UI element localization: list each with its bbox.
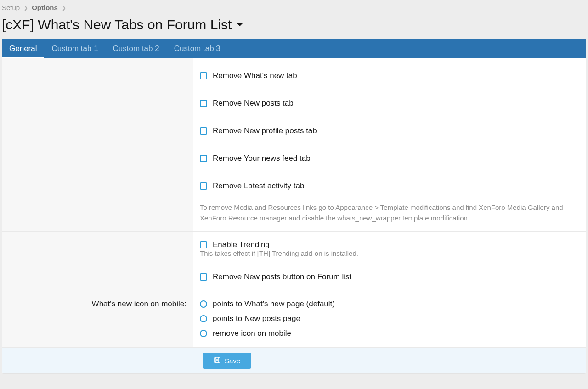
hint-trending: This takes effect if [TH] Trending add-o… (193, 248, 586, 264)
chevron-right-icon: ❯ (23, 5, 28, 11)
option-remove-new-profile: Remove New profile posts tab (193, 117, 586, 145)
right-col-remove-tabs: Remove What's new tab Remove New posts t… (193, 58, 586, 231)
save-button[interactable]: Save (203, 353, 251, 369)
breadcrumb-options[interactable]: Options (32, 4, 58, 11)
radio-whats-new-default[interactable] (200, 300, 207, 308)
label-enable-trending: Enable Trending (213, 240, 270, 249)
checkbox-remove-new-posts-button[interactable] (200, 273, 207, 281)
checkbox-remove-news-feed[interactable] (200, 155, 207, 162)
label-remove-news-feed: Remove Your news feed tab (213, 154, 311, 163)
radio-remove-icon[interactable] (200, 330, 207, 337)
right-col-trending: Enable Trending This takes effect if [TH… (193, 232, 586, 264)
right-col-mobile-icon: points to What's new page (default) poin… (193, 290, 586, 347)
options-panel: Remove What's new tab Remove New posts t… (2, 58, 586, 374)
page-root: Setup ❯ Options ❯ [cXF] What's New Tabs … (0, 0, 588, 374)
save-icon (214, 356, 221, 365)
label-mobile-icon: What's new icon on mobile: (2, 290, 193, 347)
checkbox-enable-trending[interactable] (200, 241, 207, 248)
radio-option-default: points to What's new page (default) (200, 297, 579, 311)
left-col-empty (2, 264, 193, 290)
checkbox-remove-new-posts[interactable] (200, 100, 207, 107)
radio-label-remove: remove icon on mobile (213, 329, 291, 338)
row-remove-tabs: Remove What's new tab Remove New posts t… (2, 58, 586, 232)
checkbox-remove-latest-activity[interactable] (200, 182, 207, 190)
tab-general[interactable]: General (2, 39, 44, 58)
option-remove-whats-new: Remove What's new tab (193, 62, 586, 90)
svg-rect-1 (216, 361, 219, 363)
hint-media-resources: To remove Media and Resources links go t… (193, 200, 586, 231)
label-remove-new-posts: Remove New posts tab (213, 99, 294, 108)
checkbox-remove-whats-new[interactable] (200, 72, 207, 79)
right-col-remove-button: Remove New posts button on Forum list (193, 264, 586, 290)
radio-label-new-posts: points to New posts page (213, 314, 300, 323)
label-remove-new-profile: Remove New profile posts tab (213, 126, 317, 135)
page-title: [cXF] What's New Tabs on Forum List (2, 17, 232, 33)
footer-bar: Save (2, 348, 586, 373)
label-remove-new-posts-button: Remove New posts button on Forum list (213, 272, 351, 282)
tab-custom-3[interactable]: Custom tab 3 (167, 39, 228, 58)
option-remove-latest-activity: Remove Latest activity tab (193, 172, 586, 200)
breadcrumb: Setup ❯ Options ❯ (2, 2, 586, 13)
radio-option-new-posts: points to New posts page (200, 311, 579, 326)
radio-label-default: points to What's new page (default) (213, 299, 335, 309)
option-remove-new-posts: Remove New posts tab (193, 90, 586, 117)
left-col-empty (2, 58, 193, 231)
row-remove-new-posts-button: Remove New posts button on Forum list (2, 264, 586, 290)
option-remove-news-feed: Remove Your news feed tab (193, 145, 586, 172)
page-title-row: [cXF] What's New Tabs on Forum List (2, 13, 586, 39)
left-col-empty (2, 232, 193, 264)
tab-custom-1[interactable]: Custom tab 1 (44, 39, 105, 58)
checkbox-remove-new-profile[interactable] (200, 127, 207, 135)
chevron-right-icon: ❯ (62, 5, 66, 11)
tabs-bar: General Custom tab 1 Custom tab 2 Custom… (2, 39, 586, 58)
label-remove-whats-new: Remove What's new tab (213, 71, 297, 80)
svg-rect-0 (215, 357, 220, 363)
row-mobile-icon: What's new icon on mobile: points to Wha… (2, 290, 586, 348)
option-remove-new-posts-button: Remove New posts button on Forum list (193, 264, 586, 290)
radio-option-remove: remove icon on mobile (200, 326, 579, 341)
breadcrumb-setup[interactable]: Setup (2, 4, 20, 11)
caret-down-icon[interactable] (236, 21, 243, 28)
radio-new-posts[interactable] (200, 315, 207, 322)
tab-custom-2[interactable]: Custom tab 2 (106, 39, 167, 58)
label-remove-latest-activity: Remove Latest activity tab (213, 181, 304, 191)
row-enable-trending: Enable Trending This takes effect if [TH… (2, 232, 586, 264)
save-button-label: Save (225, 357, 240, 365)
